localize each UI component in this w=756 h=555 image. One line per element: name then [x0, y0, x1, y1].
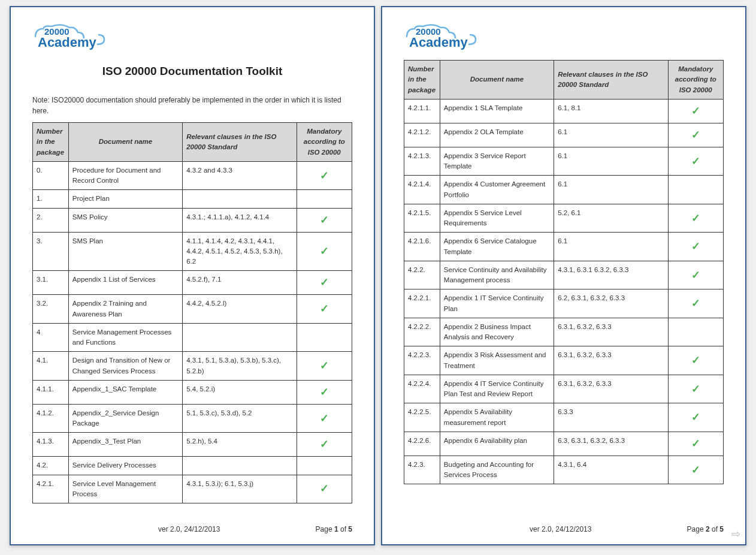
- cell-clauses: 4.4.2, 4.5.2.l): [183, 295, 297, 324]
- table-body-page-2: 4.2.1.1.Appendix 1 SLA Template6.1, 8.1✓…: [404, 99, 724, 484]
- check-icon: ✓: [691, 239, 700, 255]
- cell-mandatory: ✓: [668, 261, 724, 289]
- cell-number: 4.2.1.6.: [404, 233, 440, 261]
- cell-mandatory: ✓: [668, 432, 724, 456]
- cell-clauses: 6.1: [554, 176, 668, 204]
- cell-document-name: Appendix 2 Business Impact Analysis and …: [440, 318, 554, 346]
- cell-document-name: Appendix_2_Service Design Package: [68, 404, 182, 433]
- table-row: 3.2.Appendix 2 Training and Awareness Pl…: [33, 295, 352, 324]
- cell-clauses: 6.1: [554, 233, 668, 261]
- header-clauses: Relevant clauses in the ISO 20000 Standa…: [554, 61, 668, 99]
- cell-clauses: 4.1.1, 4.1.4, 4.2, 4.3.1, 4.4.1, 4.4.2, …: [183, 232, 297, 271]
- cell-document-name: Design and Transition of New or Changed …: [68, 352, 182, 381]
- cell-number: 4.1.2.: [33, 404, 69, 433]
- check-icon: ✓: [691, 436, 700, 452]
- cell-number: 4.2.2.4.: [404, 375, 440, 403]
- table-row: 1.Project Plan: [33, 190, 352, 208]
- document-table-page-1: Number in the package Document name Rele…: [32, 122, 352, 503]
- check-icon: ✓: [691, 462, 700, 478]
- cell-document-name: Appendix 5 Service Level Requirements: [440, 204, 554, 233]
- page-indicator: Page 1 of 5: [316, 525, 352, 533]
- cell-number: 4.2.2.3.: [404, 346, 440, 375]
- cell-clauses: 6.2, 6.3.1, 6.3.2, 6.3.3: [554, 289, 668, 318]
- cell-mandatory: [297, 190, 352, 208]
- cell-clauses: 4.3.1, 6.4: [554, 456, 668, 484]
- cell-mandatory: ✓: [668, 204, 724, 233]
- page-footer: ver 2.0, 24/12/2013 Page 2 of 5: [404, 525, 724, 533]
- cell-clauses: 6.3.1, 6.3.2, 6.3.3: [554, 346, 668, 375]
- cell-clauses: 6.3.3: [554, 403, 668, 432]
- table-body-page-1: 0.Procedure for Document and Record Cont…: [33, 161, 352, 503]
- cell-mandatory: [668, 176, 724, 204]
- document-table-page-2: Number in the package Document name Rele…: [404, 60, 724, 484]
- cell-document-name: Service Level Management Process: [68, 475, 182, 503]
- cell-document-name: Appendix 5 Availability measurement repo…: [440, 403, 554, 432]
- cell-number: 4.2.2.5.: [404, 403, 440, 432]
- cell-mandatory: ✓: [668, 375, 724, 403]
- logo-bottom-text: Academy: [409, 35, 468, 50]
- cell-clauses: 5.2, 6.1: [554, 204, 668, 233]
- table-row: 4.2.2.3.Appendix 3 Risk Assessment and T…: [404, 346, 724, 375]
- header-number: Number in the package: [33, 123, 69, 162]
- cell-number: 4.2.1.2.: [404, 123, 440, 147]
- table-row: 4.2.1.Service Level Management Process4.…: [33, 475, 352, 503]
- check-icon: ✓: [320, 301, 329, 317]
- cell-clauses: 4.3.1, 5.1, 5.3.a), 5.3.b), 5.3.c), 5.2.…: [183, 352, 297, 381]
- check-icon: ✓: [320, 243, 329, 260]
- check-icon: ✓: [320, 358, 329, 374]
- cell-clauses: 6.1, 8.1: [554, 99, 668, 123]
- table-row: 4.2.3.Budgeting and Accounting for Servi…: [404, 456, 724, 484]
- cell-number: 4.1.: [33, 352, 69, 381]
- page-indicator: Page 2 of 5: [687, 525, 724, 533]
- header-number: Number in the package: [404, 61, 440, 99]
- table-header-row: Number in the package Document name Rele…: [404, 61, 724, 99]
- table-row: 4.1.1.Appendix_1_SAC Template5.4, 5.2.i)…: [33, 380, 352, 404]
- cell-document-name: Service Continuity and Availability Mana…: [440, 261, 554, 289]
- cell-mandatory: ✓: [297, 352, 352, 381]
- note-text: Note: ISO20000 documentation should pref…: [32, 95, 352, 116]
- table-row: 4.2.2.4.Appendix 4 IT Service Continuity…: [404, 375, 724, 403]
- cell-clauses: 6.3.1, 6.3.2, 6.3.3: [554, 375, 668, 403]
- cell-document-name: Appendix 6 Availability plan: [440, 432, 554, 456]
- check-icon: ✓: [691, 267, 700, 283]
- check-icon: ✓: [320, 481, 329, 497]
- cell-clauses: 4.3.2 and 4.3.3: [183, 161, 297, 190]
- cell-document-name: Appendix 6 Service Catalogue Template: [440, 233, 554, 261]
- table-header-row: Number in the package Document name Rele…: [33, 123, 352, 162]
- cell-document-name: Service Management Processes and Functio…: [68, 323, 182, 352]
- table-row: 0.Procedure for Document and Record Cont…: [33, 161, 352, 190]
- table-row: 4.2.1.6.Appendix 6 Service Catalogue Tem…: [404, 233, 724, 261]
- cell-clauses: 4.5.2.f), 7.1: [183, 271, 297, 295]
- cell-mandatory: ✓: [668, 456, 724, 484]
- page-1: 20000 Academy ISO 20000 Documentation To…: [10, 6, 375, 545]
- table-row: 4.2.2.2.Appendix 2 Business Impact Analy…: [404, 318, 724, 346]
- table-row: 4Service Management Processes and Functi…: [33, 323, 352, 352]
- header-mandatory: Mandatory according to ISO 20000: [297, 123, 352, 162]
- cell-document-name: Appendix 1 IT Service Continuity Plan: [440, 289, 554, 318]
- cell-number: 4.2.1.3.: [404, 147, 440, 176]
- cell-clauses: 5.2.h), 5.4: [183, 433, 297, 457]
- table-row: 4.2.2.5.Appendix 5 Availability measurem…: [404, 403, 724, 432]
- table-row: 4.2.1.3.Appendix 3 Service Report Templa…: [404, 147, 724, 176]
- next-page-arrow-icon[interactable]: ⇨: [731, 527, 740, 541]
- cell-number: 3.1.: [33, 271, 69, 295]
- page-footer: ver 2.0, 24/12/2013 Page 1 of 5: [32, 525, 352, 533]
- cell-clauses: [183, 457, 297, 475]
- logo: 20000 Academy: [404, 24, 724, 53]
- header-name: Document name: [440, 61, 554, 99]
- check-icon: ✓: [691, 153, 700, 170]
- cell-document-name: Appendix 3 Service Report Template: [440, 147, 554, 176]
- cell-mandatory: ✓: [297, 295, 352, 324]
- cell-document-name: Project Plan: [68, 190, 182, 208]
- cell-mandatory: ✓: [297, 271, 352, 295]
- table-row: 4.2.Service Delivery Processes: [33, 457, 352, 475]
- cell-clauses: 5.1, 5.3.c), 5.3.d), 5.2: [183, 404, 297, 433]
- cell-document-name: Appendix 2 Training and Awareness Plan: [68, 295, 182, 324]
- cell-number: 2.: [33, 208, 69, 232]
- cell-number: 4.2.2.2.: [404, 318, 440, 346]
- table-row: 4.2.2.Service Continuity and Availabilit…: [404, 261, 724, 289]
- cell-number: 4: [33, 323, 69, 352]
- cell-document-name: Appendix 1 List of Services: [68, 271, 182, 295]
- check-icon: ✓: [691, 295, 700, 312]
- cell-clauses: 6.3.1, 6.3.2, 6.3.3: [554, 318, 668, 346]
